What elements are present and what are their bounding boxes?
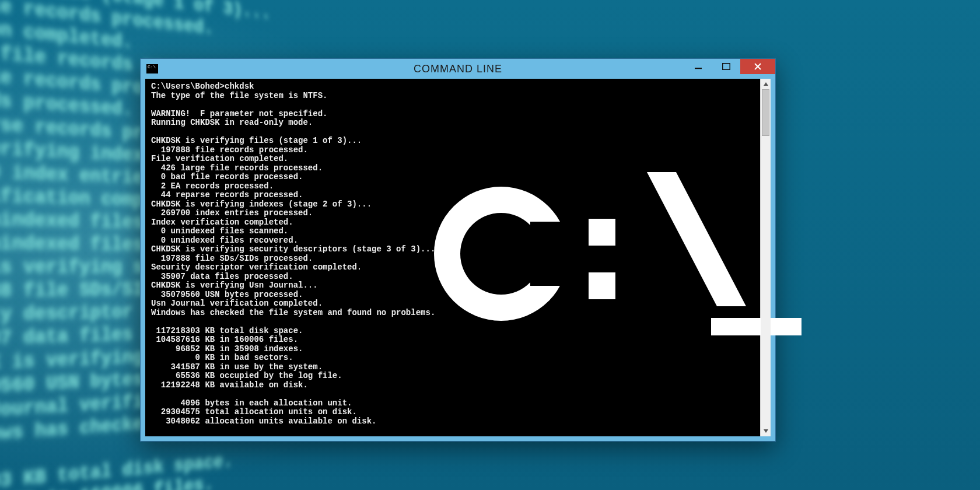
- svg-rect-1: [723, 64, 730, 70]
- terminal-output[interactable]: C:\Users\Bohed>chkdsk The type of the fi…: [145, 79, 760, 436]
- window-client-area: C:\Users\Bohed>chkdsk The type of the fi…: [145, 79, 771, 436]
- scrollbar-thumb[interactable]: [762, 89, 769, 136]
- close-button[interactable]: [740, 59, 775, 74]
- scroll-down-arrow-icon[interactable]: [761, 426, 771, 436]
- scrollbar-track[interactable]: [761, 89, 771, 426]
- svg-rect-0: [695, 68, 702, 69]
- maximize-button[interactable]: [712, 59, 740, 74]
- window-titlebar[interactable]: COMMAND LINE: [141, 59, 775, 79]
- cmd-icon: [146, 64, 158, 74]
- vertical-scrollbar[interactable]: [760, 79, 771, 436]
- window-title: COMMAND LINE: [141, 63, 775, 75]
- scroll-up-arrow-icon[interactable]: [761, 79, 771, 89]
- minimize-button[interactable]: [684, 59, 712, 74]
- command-line-window: COMMAND LINE C:\Users\Bohed>chkdsk The t…: [140, 58, 776, 442]
